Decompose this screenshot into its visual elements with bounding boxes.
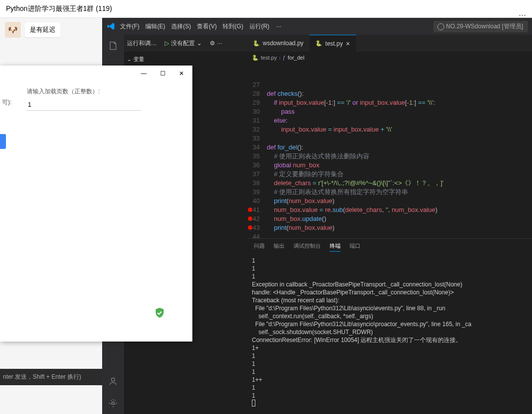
line-number: 35: [247, 152, 267, 161]
code-line[interactable]: 32 input_box.value = input_box.value + '…: [247, 125, 532, 134]
settings-gear-icon[interactable]: [102, 392, 124, 414]
terminal-line: 1++: [252, 376, 527, 384]
avatar[interactable]: 🐶: [5, 22, 21, 38]
code-text: delete_chars = r'[+\-*/\\,.;?!@#%^~&()\[…: [267, 179, 532, 188]
vscode-titlebar: 文件(F)编辑(E)选择(S)查看(V)转到(G)运行(R) ··· NO.29…: [102, 18, 532, 35]
code-line[interactable]: 29 if input_box.value[-1:] == '/' or inp…: [247, 98, 532, 107]
code-text: print(num_box.value): [267, 197, 532, 206]
bottom-panel: 问题输出调试控制台终端端口 111Exception in callback _…: [247, 238, 532, 414]
python-file-icon: 🐍: [315, 40, 322, 47]
terminal-line: 1: [252, 257, 527, 265]
terminal-line: File "d:\Program Files\Python312\Lib\asy…: [252, 304, 527, 312]
terminal-line: handle: <Handle _ProactorBasePipeTranspo…: [252, 288, 527, 296]
menu-item[interactable]: 转到(G): [220, 21, 246, 32]
line-number: 40: [247, 197, 267, 206]
line-number: 30: [247, 107, 267, 116]
editor-tab[interactable]: 🐍wsdownload.py: [247, 35, 309, 52]
code-text: # 定义要删除的字符集合: [267, 170, 532, 179]
input-dialog: — ☐ ✕ 可): 请输入加载页数（正整数）:: [0, 66, 192, 342]
menu-item[interactable]: 编辑(E): [142, 21, 168, 32]
variables-section[interactable]: ⌄ 变量: [127, 56, 144, 63]
code-text: num_box.update(): [267, 214, 532, 223]
code-line[interactable]: 30 pass: [247, 107, 532, 116]
code-line[interactable]: 38 delete_chars = r'[+\-*/\\,.;?!@#%^~&(…: [247, 179, 532, 188]
line-number: 28: [247, 89, 267, 98]
menu-item[interactable]: 运行(R): [246, 21, 273, 32]
code-text: else:: [267, 116, 532, 125]
terminal-line: 1: [252, 273, 527, 280]
dialog-body: 请输入加载页数（正整数）:: [0, 81, 192, 117]
panel-tab[interactable]: 端口: [350, 241, 360, 252]
code-line[interactable]: 40 print(num_box.value): [247, 197, 532, 206]
dialog-pages-input[interactable]: [27, 99, 141, 111]
code-line[interactable]: 28def checks():: [247, 89, 532, 98]
editor-tab[interactable]: 🐍test.py×: [309, 35, 356, 52]
explorer-icon[interactable]: [102, 35, 124, 57]
code-line[interactable]: 37 # 定义要删除的字符集合: [247, 170, 532, 179]
code-text: def checks():: [267, 89, 532, 98]
command-center-search[interactable]: NO.29-WSdownload [管理员]: [433, 21, 528, 32]
search-placeholder: NO.29-WSdownload [管理员]: [446, 23, 523, 30]
start-debug-icon[interactable]: ▷: [165, 40, 169, 47]
panel-tab[interactable]: 终端: [330, 241, 341, 252]
code-line[interactable]: 34def for_del():: [247, 143, 532, 152]
chevron-down-icon[interactable]: ⌄: [197, 40, 202, 47]
close-tab-icon[interactable]: ×: [346, 40, 350, 48]
account-icon[interactable]: [102, 370, 124, 392]
maximize-button[interactable]: ☐: [159, 69, 167, 77]
line-number: 43: [247, 223, 267, 232]
code-text: # 使用正则表达式替换所有指定字符为空字符串: [267, 188, 532, 197]
run-and-debug-label: 运行和调…: [127, 39, 157, 48]
terminal-line: File "d:\Program Files\Python312\Lib\asy…: [252, 320, 527, 328]
terminal-output[interactable]: 111Exception in callback _ProactorBasePi…: [247, 254, 532, 412]
line-number: 29: [247, 98, 267, 107]
close-button[interactable]: ✕: [177, 69, 185, 77]
terminal-line: Exception in callback _ProactorBasePipeT…: [252, 280, 527, 288]
terminal-line: ConnectionResetError: [WinError 10054] 远…: [252, 336, 527, 344]
code-text: num_box.value = re.sub(delete_chars, '',…: [267, 206, 532, 214]
dialog-primary-button[interactable]: [0, 134, 6, 149]
panel-tab[interactable]: 调试控制台: [294, 241, 321, 252]
code-line[interactable]: 27: [247, 80, 532, 89]
code-line[interactable]: 42 num_box.update(): [247, 214, 532, 223]
menu-item[interactable]: 查看(V): [194, 21, 220, 32]
line-number: 39: [247, 188, 267, 197]
vscode-logo-icon: [106, 21, 116, 31]
code-text: [267, 80, 532, 89]
code-line[interactable]: 41 num_box.value = re.sub(delete_chars, …: [247, 206, 532, 214]
line-number: 36: [247, 161, 267, 170]
chat-message-row: 🐶 是有延迟: [0, 18, 102, 42]
dialog-titlebar: — ☐ ✕: [0, 66, 192, 81]
panel-tab[interactable]: 输出: [274, 241, 285, 252]
line-number: 33: [247, 134, 267, 143]
code-text: [267, 134, 532, 143]
chevron-down-icon: ⌄: [127, 56, 131, 63]
code-line[interactable]: 35 # 使用正则表达式替换法删除内容: [247, 152, 532, 161]
code-line[interactable]: 36 global num_box: [247, 161, 532, 170]
configure-gear-icon[interactable]: ⚙: [210, 40, 215, 47]
breadcrumb-file: test.py: [261, 55, 277, 61]
dialog-field-label: 请输入加载页数（正整数）:: [27, 87, 166, 96]
code-text: print(num_box.value): [267, 223, 532, 232]
panel-tab[interactable]: 问题: [254, 241, 265, 252]
code-text: pass: [267, 107, 532, 116]
more-actions-icon[interactable]: ···: [217, 40, 222, 47]
minimize-button[interactable]: —: [140, 69, 148, 77]
line-number: 42: [247, 214, 267, 223]
terminal-line: 1: [252, 368, 527, 376]
svg-point-0: [112, 378, 115, 381]
menu-item[interactable]: 文件(F): [117, 21, 142, 32]
code-line[interactable]: 31 else:: [247, 116, 532, 125]
debug-config-dropdown[interactable]: 没有配置: [171, 39, 195, 48]
code-line[interactable]: 39 # 使用正则表达式替换所有指定字符为空字符串: [247, 188, 532, 197]
code-text: if input_box.value[-1:] == '/' or input_…: [267, 98, 532, 107]
dialog-side-label: 可):: [0, 97, 13, 108]
code-editor[interactable]: 2728def checks():29 if input_box.value[-…: [247, 64, 532, 262]
menu-more[interactable]: ···: [273, 21, 284, 32]
code-line[interactable]: 43 print(num_box.value): [247, 223, 532, 232]
editor-tabs: 🐍wsdownload.py🐍test.py×: [247, 35, 532, 52]
menu-item[interactable]: 选择(S): [168, 21, 194, 32]
code-line[interactable]: 33: [247, 134, 532, 143]
breadcrumb[interactable]: 🐍 test.py › ƒ for_del: [247, 52, 532, 64]
chat-title-bar: Python进阶学习最强王者1群 (119): [0, 0, 532, 18]
